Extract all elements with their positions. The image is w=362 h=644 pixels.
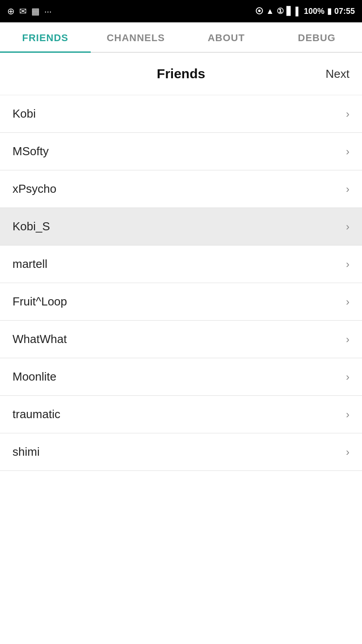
friend-name: MSofty (13, 144, 49, 158)
friend-name: Fruit^Loop (13, 295, 67, 309)
friend-name: martell (13, 257, 47, 271)
tab-friends[interactable]: FRIENDS (0, 22, 91, 52)
chevron-right-icon: › (346, 296, 349, 308)
friend-name: xPsycho (13, 182, 56, 196)
chevron-right-icon: › (346, 446, 349, 458)
signal-icon: ▋ (286, 6, 293, 16)
status-left-icons: ⊕ ✉ ▦ ··· (7, 6, 52, 17)
chevron-right-icon: › (346, 145, 349, 158)
list-item[interactable]: MSofty› (0, 133, 362, 170)
next-button[interactable]: Next (326, 67, 349, 81)
friend-name: traumatic (13, 407, 60, 421)
list-item[interactable]: martell› (0, 246, 362, 283)
page-title: Friends (157, 66, 205, 81)
more-icon: ··· (44, 6, 52, 17)
sim-icon: ① (277, 6, 284, 16)
status-right-icons: ⦿ ▲ ① ▋ ▌ 100% ▮ 07:55 (255, 6, 355, 16)
gmail-icon: ✉ (19, 6, 27, 17)
friend-name: Kobi_S (13, 220, 50, 233)
battery-percent: 100% (304, 7, 324, 16)
time: 07:55 (334, 7, 355, 16)
list-item[interactable]: Kobi› (0, 95, 362, 133)
list-item[interactable]: Moonlite› (0, 358, 362, 396)
friend-name: Moonlite (13, 370, 56, 384)
list-item[interactable]: Fruit^Loop› (0, 283, 362, 321)
chevron-right-icon: › (346, 408, 349, 421)
tab-about[interactable]: ABOUT (181, 22, 272, 52)
chevron-right-icon: › (346, 333, 349, 346)
chevron-right-icon: › (346, 183, 349, 195)
tab-bar: FRIENDS CHANNELS ABOUT DEBUG (0, 22, 362, 53)
battery-icon: ▮ (327, 6, 332, 16)
location-icon: ⦿ (255, 7, 263, 16)
tab-debug[interactable]: DEBUG (272, 22, 362, 52)
app-icon: ▦ (31, 6, 40, 17)
signal2-icon: ▌ (295, 7, 301, 16)
list-item[interactable]: Kobi_S› (0, 208, 362, 246)
list-item[interactable]: xPsycho› (0, 170, 362, 208)
friend-name: shimi (13, 445, 40, 459)
wifi-icon: ▲ (266, 7, 274, 16)
list-item[interactable]: traumatic› (0, 396, 362, 433)
tab-channels[interactable]: CHANNELS (91, 22, 181, 52)
list-item[interactable]: WhatWhat› (0, 321, 362, 358)
whatsapp-icon: ⊕ (7, 6, 15, 17)
list-item[interactable]: shimi› (0, 433, 362, 471)
friend-name: WhatWhat (13, 332, 67, 346)
friends-list: Kobi›MSofty›xPsycho›Kobi_S›martell›Fruit… (0, 95, 362, 471)
status-bar: ⊕ ✉ ▦ ··· ⦿ ▲ ① ▋ ▌ 100% ▮ 07:55 (0, 0, 362, 22)
chevron-right-icon: › (346, 258, 349, 271)
header: Friends Next (0, 53, 362, 95)
chevron-right-icon: › (346, 371, 349, 383)
chevron-right-icon: › (346, 220, 349, 233)
chevron-right-icon: › (346, 108, 349, 120)
friend-name: Kobi (13, 107, 36, 121)
